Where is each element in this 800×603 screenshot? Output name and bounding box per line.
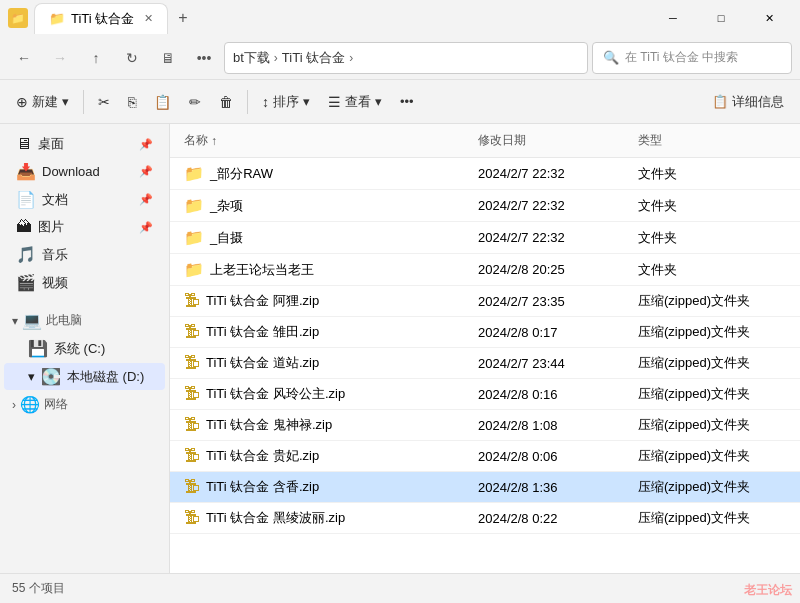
file-date: 2024/2/7 23:35 [478, 294, 565, 309]
sidebar-label-desktop: 桌面 [38, 135, 64, 153]
file-row[interactable]: 📁 _杂项 2024/2/7 22:32 文件夹 [170, 190, 800, 222]
title-bar: 📁 📁 TiTi 钛合金 ✕ + ─ □ ✕ [0, 0, 800, 36]
dots-btn[interactable]: ••• [188, 42, 220, 74]
file-row[interactable]: 📁 上老王论坛当老王 2024/2/8 20:25 文件夹 [170, 254, 800, 286]
up-btn[interactable]: ↑ [80, 42, 112, 74]
minimize-btn[interactable]: ─ [650, 0, 696, 36]
close-btn[interactable]: ✕ [746, 0, 792, 36]
cut-btn[interactable]: ✂ [90, 90, 118, 114]
sidebar-label-sysdrive: 系统 (C:) [54, 340, 105, 358]
refresh-btn[interactable]: ↻ [116, 42, 148, 74]
back-btn[interactable]: ← [8, 42, 40, 74]
rename-icon: ✏ [189, 94, 201, 110]
pin-icon-docs: 📌 [139, 193, 153, 206]
details-btn[interactable]: 📋 详细信息 [704, 89, 792, 115]
new-tab-btn[interactable]: + [168, 3, 197, 33]
file-date: 2024/2/8 1:08 [478, 418, 558, 433]
more-btn[interactable]: ••• [392, 90, 422, 113]
music-icon: 🎵 [16, 245, 36, 264]
file-row[interactable]: 📁 _自摄 2024/2/7 22:32 文件夹 [170, 222, 800, 254]
new-chevron: ▾ [62, 94, 69, 109]
file-row[interactable]: 📁 _部分RAW 2024/2/7 22:32 文件夹 [170, 158, 800, 190]
header-type-label: 类型 [638, 132, 662, 149]
item-count: 55 个项目 [12, 580, 65, 597]
breadcrumb-titi[interactable]: TiTi 钛合金 [282, 49, 345, 67]
breadcrumb-home[interactable]: bt下载 [233, 49, 270, 67]
file-date-cell: 2024/2/8 0:06 [472, 445, 632, 468]
file-name-cell: 📁 _杂项 [178, 192, 472, 219]
file-row[interactable]: 🗜 TiTi 钛合金 鬼神禄.zip 2024/2/8 1:08 压缩(zipp… [170, 410, 800, 441]
file-name: _部分RAW [210, 165, 273, 183]
cut-icon: ✂ [98, 94, 110, 110]
new-btn[interactable]: ⊕ 新建 ▾ [8, 89, 77, 115]
computer-btn[interactable]: 🖥 [152, 42, 184, 74]
file-area: 名称 ↑ 修改日期 类型 📁 _部分RAW 2024/2/7 22:32 文件夹… [170, 124, 800, 573]
view-btn[interactable]: ☰ 查看 ▾ [320, 89, 390, 115]
sort-btn[interactable]: ↕ 排序 ▾ [254, 89, 318, 115]
sidebar-item-music[interactable]: 🎵 音乐 [4, 241, 165, 268]
paste-btn[interactable]: 📋 [146, 90, 179, 114]
file-date: 2024/2/8 0:17 [478, 325, 558, 340]
file-type: 文件夹 [638, 229, 677, 247]
search-icon: 🔍 [603, 50, 619, 65]
search-bar[interactable]: 🔍 在 TiTi 钛合金 中搜索 [592, 42, 792, 74]
file-name-cell: 📁 上老王论坛当老王 [178, 256, 472, 283]
sidebar-label-pictures: 图片 [38, 218, 64, 236]
file-row[interactable]: 🗜 TiTi 钛合金 含香.zip 2024/2/8 1:36 压缩(zippe… [170, 472, 800, 503]
view-icon: ☰ [328, 94, 341, 110]
desktop-icon: 🖥 [16, 135, 32, 153]
maximize-btn[interactable]: □ [698, 0, 744, 36]
sep-1 [83, 90, 84, 114]
sidebar-section-network[interactable]: › 🌐 网络 [0, 391, 169, 418]
sidebar-item-desktop[interactable]: 🖥 桌面 📌 [4, 131, 165, 157]
sidebar-item-download[interactable]: 📥 Download 📌 [4, 158, 165, 185]
status-bar: 55 个项目 老王论坛 [0, 573, 800, 603]
file-name: TiTi 钛合金 阿狸.zip [206, 292, 319, 310]
file-type: 压缩(zipped)文件夹 [638, 416, 750, 434]
thispc-icon: 💻 [22, 311, 42, 330]
header-type[interactable]: 类型 [632, 128, 792, 153]
copy-btn[interactable]: ⎘ [120, 90, 144, 114]
file-name: _杂项 [210, 197, 243, 215]
docs-icon: 📄 [16, 190, 36, 209]
tab-icon: 📁 [49, 11, 65, 26]
forward-btn[interactable]: → [44, 42, 76, 74]
window-controls: ─ □ ✕ [650, 0, 792, 36]
more-icon: ••• [400, 94, 414, 109]
delete-btn[interactable]: 🗑 [211, 90, 241, 114]
sidebar-item-pictures[interactable]: 🏔 图片 📌 [4, 214, 165, 240]
folder-icon: 📁 [8, 8, 28, 28]
file-row[interactable]: 🗜 TiTi 钛合金 阿狸.zip 2024/2/7 23:35 压缩(zipp… [170, 286, 800, 317]
file-date-cell: 2024/2/8 0:17 [472, 321, 632, 344]
file-row[interactable]: 🗜 TiTi 钛合金 雏田.zip 2024/2/8 0:17 压缩(zippe… [170, 317, 800, 348]
file-date: 2024/2/8 1:36 [478, 480, 558, 495]
sidebar-item-sysdrive[interactable]: 💾 系统 (C:) [4, 335, 165, 362]
file-icon: 🗜 [184, 385, 200, 403]
sidebar-item-localdisk[interactable]: ▾ 💽 本地磁盘 (D:) [4, 363, 165, 390]
file-row[interactable]: 🗜 TiTi 钛合金 道站.zip 2024/2/7 23:44 压缩(zipp… [170, 348, 800, 379]
rename-btn[interactable]: ✏ [181, 90, 209, 114]
sidebar-item-docs[interactable]: 📄 文档 📌 [4, 186, 165, 213]
file-name-cell: 🗜 TiTi 钛合金 含香.zip [178, 474, 472, 500]
file-row[interactable]: 🗜 TiTi 钛合金 风玲公主.zip 2024/2/8 0:16 压缩(zip… [170, 379, 800, 410]
file-type: 压缩(zipped)文件夹 [638, 478, 750, 496]
sidebar-label-localdisk: 本地磁盘 (D:) [67, 368, 144, 386]
file-icon: 📁 [184, 196, 204, 215]
file-row[interactable]: 🗜 TiTi 钛合金 贵妃.zip 2024/2/8 0:06 压缩(zippe… [170, 441, 800, 472]
details-icon: 📋 [712, 94, 728, 109]
sysdrive-icon: 💾 [28, 339, 48, 358]
file-name-cell: 📁 _部分RAW [178, 160, 472, 187]
file-row[interactable]: 🗜 TiTi 钛合金 黑绫波丽.zip 2024/2/8 0:22 压缩(zip… [170, 503, 800, 534]
sidebar-item-videos[interactable]: 🎬 视频 [4, 269, 165, 296]
active-tab[interactable]: 📁 TiTi 钛合金 ✕ [34, 3, 168, 34]
new-icon: ⊕ [16, 94, 28, 110]
sidebar-section-thispc[interactable]: ▾ 💻 此电脑 [0, 307, 169, 334]
file-name: 上老王论坛当老王 [210, 261, 314, 279]
file-date: 2024/2/8 0:06 [478, 449, 558, 464]
file-type: 压缩(zipped)文件夹 [638, 385, 750, 403]
sidebar: 🖥 桌面 📌 📥 Download 📌 📄 文档 📌 🏔 图片 📌 🎵 音乐 🎬… [0, 124, 170, 573]
download-icon: 📥 [16, 162, 36, 181]
tab-close-btn[interactable]: ✕ [144, 12, 153, 25]
header-date[interactable]: 修改日期 [472, 128, 632, 153]
header-name[interactable]: 名称 ↑ [178, 128, 472, 153]
